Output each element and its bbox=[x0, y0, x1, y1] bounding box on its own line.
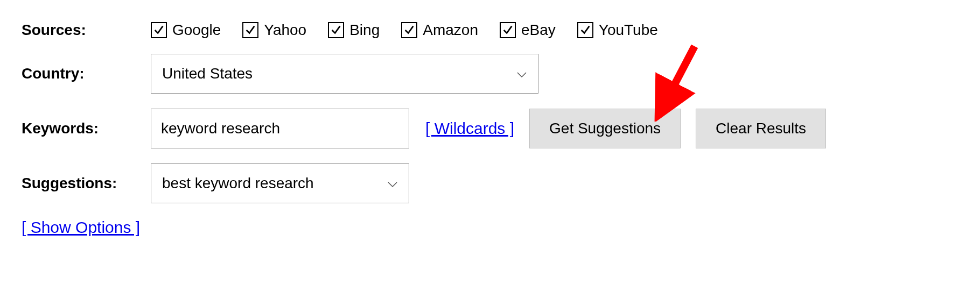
country-selected-text: United States bbox=[162, 65, 253, 82]
suggestions-selected-text: best keyword research bbox=[162, 175, 314, 192]
suggestions-label: Suggestions: bbox=[22, 175, 145, 192]
checkbox-icon bbox=[401, 22, 417, 38]
source-checkbox-google[interactable]: Google bbox=[151, 22, 221, 39]
keywords-input[interactable] bbox=[151, 109, 409, 148]
checkbox-label: eBay bbox=[521, 22, 556, 39]
suggestions-select[interactable]: best keyword research bbox=[151, 163, 409, 203]
show-options-link[interactable]: [ Show Options ] bbox=[22, 218, 140, 236]
checkbox-icon bbox=[242, 22, 258, 38]
checkbox-icon bbox=[500, 22, 516, 38]
sources-label: Sources: bbox=[22, 22, 145, 39]
get-suggestions-button[interactable]: Get Suggestions bbox=[529, 109, 681, 148]
country-select[interactable]: United States bbox=[151, 54, 538, 94]
keywords-label: Keywords: bbox=[22, 120, 145, 137]
checkbox-label: Yahoo bbox=[264, 22, 306, 39]
source-checkbox-youtube[interactable]: YouTube bbox=[577, 22, 658, 39]
source-checkbox-amazon[interactable]: Amazon bbox=[401, 22, 478, 39]
source-checkbox-bing[interactable]: Bing bbox=[328, 22, 380, 39]
country-label: Country: bbox=[22, 65, 145, 82]
chevron-down-icon bbox=[387, 175, 398, 192]
checkbox-icon bbox=[577, 22, 593, 38]
checkbox-label: Amazon bbox=[423, 22, 478, 39]
wildcards-link[interactable]: [ Wildcards ] bbox=[425, 119, 514, 138]
clear-results-button[interactable]: Clear Results bbox=[696, 109, 826, 148]
checkbox-icon bbox=[328, 22, 344, 38]
source-checkbox-ebay[interactable]: eBay bbox=[500, 22, 556, 39]
source-checkbox-yahoo[interactable]: Yahoo bbox=[242, 22, 306, 39]
checkbox-label: Bing bbox=[349, 22, 380, 39]
sources-checkbox-group: Google Yahoo Bing Amazon eBay YouTube bbox=[151, 22, 658, 39]
checkbox-label: Google bbox=[172, 22, 221, 39]
chevron-down-icon bbox=[516, 65, 527, 82]
checkbox-icon bbox=[151, 22, 167, 38]
checkbox-label: YouTube bbox=[599, 22, 658, 39]
